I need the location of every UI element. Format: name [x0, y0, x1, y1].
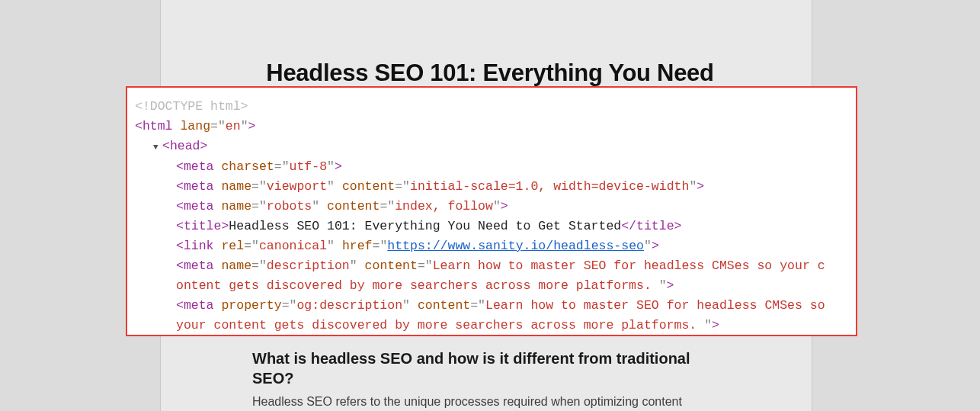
- code-line: ▼<head>: [135, 136, 848, 157]
- code-snippet-box: <!DOCTYPE html> <html lang="en"> ▼<head>…: [126, 86, 857, 336]
- code-line: <meta charset="utf-8">: [135, 157, 848, 177]
- code-line: <meta name="robots" content="index, foll…: [135, 197, 848, 217]
- code-line: <meta name="description" content="Learn …: [135, 256, 848, 276]
- section-heading: What is headless SEO and how is it diffe…: [252, 348, 694, 388]
- code-line: <!DOCTYPE html>: [135, 97, 848, 117]
- chevron-down-icon[interactable]: ▼: [153, 137, 162, 157]
- code-line: <link rel="canonical" href="https://www.…: [135, 236, 848, 256]
- canonical-link[interactable]: https://www.sanity.io/headless-seo: [387, 239, 644, 253]
- code-line: <html lang="en">: [135, 117, 848, 136]
- page-title: Headless SEO 101: Everything You Need: [0, 59, 980, 87]
- body-paragraph: Headless SEO refers to the unique proces…: [252, 393, 694, 411]
- code-line: <meta property="og:description" content=…: [135, 296, 848, 316]
- code-line: ontent gets discovered by more searchers…: [135, 276, 848, 296]
- code-line: your content gets discovered by more sea…: [135, 316, 848, 336]
- code-line: <meta name="viewport" content="initial-s…: [135, 177, 848, 197]
- doctype-text: <!DOCTYPE html>: [135, 99, 248, 114]
- code-line: <title>Headless SEO 101: Everything You …: [135, 217, 848, 236]
